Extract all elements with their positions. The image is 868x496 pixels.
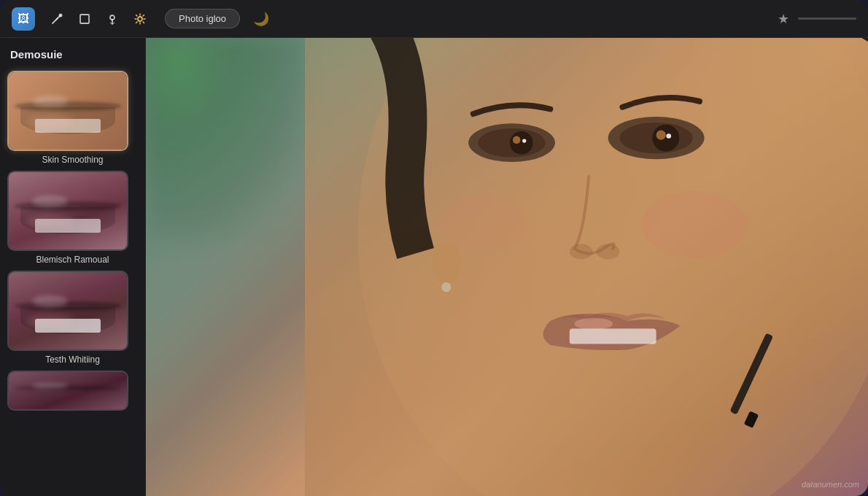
svg-point-6 — [138, 17, 142, 21]
toolbar — [47, 9, 150, 29]
location-tool-icon[interactable] — [102, 9, 123, 29]
app-title-text: Photo igloo — [179, 13, 226, 24]
thumbnail-skin-smoothing — [7, 71, 128, 151]
svg-point-12 — [522, 139, 526, 142]
svg-rect-22 — [570, 328, 656, 344]
crop-tool-icon[interactable] — [74, 9, 95, 29]
app-icon: 🖼 — [12, 7, 35, 31]
svg-point-15 — [652, 125, 679, 152]
panel-label-blemish-removal: Blemisch Ramoual — [7, 255, 138, 265]
svg-point-18 — [570, 244, 593, 259]
svg-point-17 — [666, 133, 671, 139]
thumbnail-extra — [7, 371, 128, 411]
dark-mode-icon[interactable]: 🌙 — [253, 11, 269, 27]
title-bar-right: ★ — [778, 11, 856, 27]
svg-point-10 — [510, 131, 533, 155]
svg-point-2 — [59, 13, 63, 17]
app-title-pill[interactable]: Photo igloo — [165, 9, 240, 28]
svg-point-23 — [574, 318, 613, 330]
settings-icon[interactable] — [130, 9, 150, 29]
sidebar-title: Demosuie — [7, 48, 138, 61]
main-layout: Demosuie Skin Smoothing — [0, 38, 868, 496]
thumbnail-teeth-whitening — [7, 271, 128, 351]
zoom-slider[interactable] — [798, 18, 856, 20]
panel-item-blemish-removal[interactable]: Blemisch Ramoual — [7, 171, 138, 265]
panel-item-skin-smoothing[interactable]: Skin Smoothing — [7, 71, 138, 165]
favorite-icon[interactable]: ★ — [778, 11, 789, 27]
svg-point-25 — [441, 282, 451, 292]
device-frame: 🖼 — [0, 0, 868, 496]
svg-point-20 — [642, 191, 748, 258]
sidebar: Demosuie Skin Smoothing — [0, 38, 146, 496]
svg-point-24 — [432, 242, 461, 284]
svg-point-16 — [656, 131, 666, 140]
photo-area: datanumen.com — [146, 38, 868, 496]
panel-item-teeth-whitening[interactable]: Testh Whitiing — [7, 271, 138, 365]
title-bar: 🖼 — [0, 0, 868, 38]
svg-point-19 — [597, 244, 620, 259]
svg-point-11 — [513, 136, 521, 144]
svg-rect-4 — [80, 15, 89, 23]
panel-label-teeth-whitening: Testh Whitiing — [7, 354, 138, 365]
watermark: datanumen.com — [802, 480, 859, 489]
pin-tool-icon[interactable] — [47, 9, 67, 29]
thumbnail-blemish-removal — [7, 171, 128, 251]
face-svg — [146, 38, 868, 496]
panel-label-skin-smoothing: Skin Smoothing — [7, 155, 138, 165]
panel-item-extra[interactable] — [7, 371, 138, 411]
